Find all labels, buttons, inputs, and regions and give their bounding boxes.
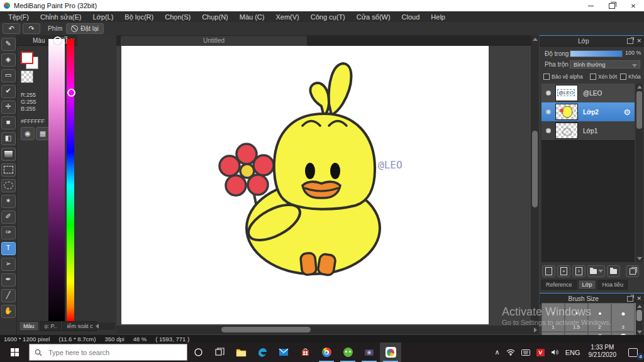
speaker-icon[interactable] — [548, 343, 562, 362]
visibility-dot[interactable] — [546, 128, 551, 133]
alpha-protect-checkbox[interactable]: Bảo vệ alpha — [543, 74, 583, 80]
bucket-tool[interactable]: ◧ — [1, 132, 16, 145]
lasso-tool[interactable] — [1, 179, 16, 192]
mail-icon[interactable] — [273, 343, 294, 362]
canvas-vertical-scrollbar[interactable] — [531, 35, 539, 326]
scroll-up-icon[interactable] — [637, 85, 642, 89]
medibang-paint-active-icon[interactable] — [380, 343, 401, 362]
redo-button[interactable]: ↷ — [23, 23, 40, 34]
tab-scroll-left-icon[interactable] — [96, 324, 99, 329]
edge-icon[interactable] — [252, 343, 273, 362]
scroll-down-icon[interactable] — [637, 257, 642, 260]
minimize-button[interactable] — [580, 0, 601, 11]
opacity-slider[interactable] — [570, 50, 623, 57]
vscroll-thumb[interactable] — [532, 131, 538, 207]
reset-button[interactable]: Đặt lại — [66, 23, 103, 34]
menu-view[interactable]: Xem(V) — [270, 13, 304, 21]
scroll-up-icon[interactable] — [637, 305, 642, 308]
brush-size-1-5[interactable]: 1.5 — [565, 303, 588, 332]
foreground-color-swatch[interactable] — [21, 52, 33, 64]
select-eraser-tool[interactable]: ✑ — [1, 226, 16, 239]
hue-picker-dot[interactable] — [67, 89, 75, 97]
popout-icon[interactable] — [627, 296, 633, 302]
menu-tools[interactable]: Công cụ(T) — [305, 13, 351, 21]
menu-help[interactable]: Help — [425, 13, 451, 21]
tab-navigator[interactable]: Hoa tiêu — [597, 280, 628, 290]
tab-color[interactable]: Màu — [19, 321, 39, 331]
cortana-icon[interactable] — [187, 343, 209, 362]
undo-button[interactable]: ↶ — [3, 23, 20, 34]
transparent-swatch[interactable] — [21, 70, 33, 83]
brush-tool[interactable]: ✎ — [1, 38, 16, 51]
scroll-down-icon[interactable] — [637, 331, 642, 334]
clock[interactable]: 1:33 PM 9/21/2020 — [584, 342, 622, 362]
eyedropper-tool[interactable]: ╱ — [1, 289, 16, 302]
new-layer-button[interactable] — [542, 265, 555, 277]
canvas-horizontal-scrollbar[interactable] — [116, 326, 539, 334]
medibang-icon[interactable] — [337, 343, 358, 362]
gear-icon[interactable]: ⚙ — [623, 107, 631, 117]
select-pen-tool[interactable]: ✐ — [1, 211, 16, 224]
menu-edit[interactable]: Chỉnh sửa(E) — [35, 13, 87, 21]
hscroll-thumb[interactable] — [221, 327, 311, 332]
layer-list-scrollbar[interactable] — [636, 84, 643, 262]
saturation-picker-dot[interactable] — [53, 36, 62, 45]
menu-filter[interactable]: Bộ lọc(R) — [119, 13, 159, 21]
duplicate-layer-button[interactable] — [626, 265, 639, 277]
tray-chevron-icon[interactable]: ∧ — [492, 343, 503, 362]
menu-color[interactable]: Màu (C) — [234, 13, 270, 21]
drawing-canvas[interactable]: @LEO — [121, 46, 489, 324]
layer-row-lop1[interactable]: Lớp1 — [541, 121, 635, 141]
wifi-icon[interactable] — [503, 343, 518, 362]
menu-window[interactable]: Cửa sổ(W) — [351, 13, 396, 21]
layer-row-leo[interactable]: @LEO @LEO — [541, 84, 635, 103]
saturation-strip[interactable] — [48, 39, 65, 321]
file-explorer-icon[interactable] — [230, 343, 252, 362]
language-indicator[interactable]: ENG — [562, 343, 584, 362]
hue-strip[interactable] — [67, 39, 74, 321]
menu-cloud[interactable]: Cloud — [396, 13, 426, 21]
new-1bit-layer-button[interactable]: 1 — [572, 265, 586, 277]
operation-tool[interactable]: ➢ — [1, 258, 16, 271]
visibility-dot[interactable] — [546, 109, 551, 114]
folder-button[interactable] — [607, 265, 620, 277]
taskbar-search[interactable] — [29, 344, 187, 361]
visibility-dot[interactable] — [546, 90, 551, 96]
restore-button[interactable] — [601, 0, 623, 11]
palette-button[interactable]: ▦ — [36, 127, 50, 140]
menu-select[interactable]: Chọn(S) — [159, 13, 196, 21]
gradient-tool[interactable] — [1, 148, 16, 161]
layer-row-lop2[interactable]: Lớp2 ⚙ — [541, 102, 635, 122]
menu-layer[interactable]: Lớp(L) — [87, 13, 119, 21]
menu-capture[interactable]: Chụp(N) — [196, 13, 234, 21]
blend-mode-select[interactable]: Bình thường — [570, 60, 640, 69]
document-tab[interactable]: Untitled — [121, 36, 307, 46]
pen-tool[interactable]: ✒ — [1, 273, 16, 287]
brush-size-2[interactable]: 2 — [588, 303, 611, 332]
chrome-icon[interactable] — [316, 343, 337, 362]
lock-checkbox[interactable]: Khóa — [620, 74, 641, 80]
brush-grid-scrollbar[interactable] — [636, 303, 643, 336]
tab-layer[interactable]: Lớp — [578, 280, 597, 290]
close-button[interactable]: ✕ — [623, 0, 644, 11]
scroll-right-icon[interactable] — [534, 327, 537, 332]
new-8bit-layer-button[interactable]: a — [557, 265, 570, 277]
layer-scroll-thumb[interactable] — [636, 91, 642, 129]
tab-scroll[interactable] — [94, 322, 115, 330]
move-tool[interactable]: ✛ — [1, 101, 16, 114]
snap-tool[interactable]: ✔ — [1, 85, 16, 98]
menu-file[interactable]: Tệp(F) — [3, 13, 35, 21]
magic-wand-tool[interactable]: ✶ — [1, 195, 16, 208]
tab-brush[interactable]: ọ: P.. — [40, 321, 62, 331]
brush-size-3[interactable]: 3 — [611, 303, 635, 332]
clipping-checkbox[interactable]: Xén bớt — [590, 74, 617, 80]
search-input[interactable] — [47, 348, 169, 357]
store-icon[interactable] — [294, 343, 316, 362]
new-folder-button[interactable] — [587, 265, 605, 277]
close-panel-icon[interactable]: ✕ — [636, 38, 641, 44]
select-tool[interactable] — [1, 163, 16, 177]
text-tool[interactable]: T — [1, 242, 16, 255]
start-button[interactable] — [0, 343, 29, 362]
fill-shape-tool[interactable]: ■ — [1, 116, 16, 129]
brush-size-1[interactable]: 1 — [541, 303, 565, 332]
